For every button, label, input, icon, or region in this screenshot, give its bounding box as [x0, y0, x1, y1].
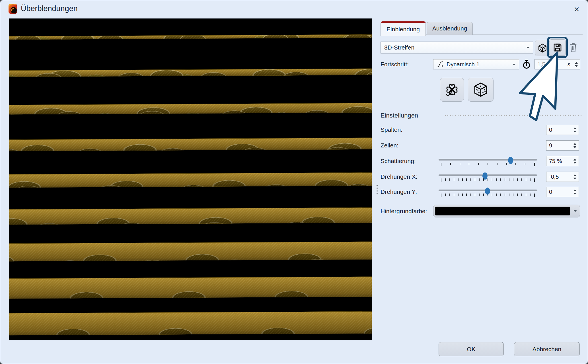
luck-button[interactable]	[440, 78, 464, 102]
window-title: Überblendungen	[21, 4, 78, 13]
chevron-down-icon	[526, 47, 530, 50]
duration-unit: s	[568, 61, 570, 68]
caret-up-icon[interactable]	[573, 126, 576, 129]
transition-preview	[9, 18, 372, 340]
spalten-label: Spalten:	[381, 126, 402, 133]
chevron-down-icon	[573, 210, 577, 214]
spinner-arrows[interactable]	[571, 187, 579, 197]
caret-down-icon[interactable]	[573, 131, 576, 134]
close-icon[interactable]: ×	[570, 4, 583, 15]
spalten-spinner[interactable]: 0	[546, 125, 579, 135]
schattierung-value: 75 %	[549, 158, 562, 164]
titlebar: Überblendungen ×	[0, 0, 588, 17]
preset-random-button[interactable]	[535, 40, 550, 56]
background-color-button[interactable]	[433, 205, 580, 217]
tab-einblendung[interactable]: Einblendung	[381, 21, 426, 36]
chevron-down-icon	[513, 64, 515, 67]
schattierung-slider[interactable]	[439, 157, 537, 167]
schattierung-spinner[interactable]: 75 %	[546, 156, 579, 166]
settings-section-title: Einstellungen	[381, 112, 418, 119]
background-color-swatch	[435, 207, 570, 215]
progress-curve-combobox[interactable]: Dynamisch 1	[433, 59, 519, 69]
caret-down-icon[interactable]	[573, 193, 576, 196]
caret-up-icon[interactable]	[575, 60, 578, 64]
drehungen-x-spinner[interactable]: -0,5	[546, 172, 579, 182]
caret-up-icon[interactable]	[573, 141, 576, 145]
caret-down-icon[interactable]	[573, 146, 576, 150]
sigmoid-curve-icon	[437, 61, 444, 68]
preview-stripe	[9, 311, 372, 335]
zeilen-value: 9	[549, 142, 552, 149]
preview-stripe	[9, 138, 372, 151]
zeilen-label: Zeilen:	[381, 142, 398, 149]
preset-save-button[interactable]	[550, 39, 566, 56]
preview-stripe	[9, 242, 372, 262]
caret-down-icon[interactable]	[575, 65, 578, 69]
zeilen-spinner[interactable]: 9	[546, 140, 579, 151]
app-icon	[8, 3, 17, 14]
trash-icon	[569, 42, 577, 53]
preview-stripe	[9, 103, 372, 114]
slider-track[interactable]	[439, 174, 537, 176]
drehungen-y-slider[interactable]	[439, 187, 537, 198]
spinner-arrows[interactable]	[571, 156, 579, 166]
caret-down-icon[interactable]	[573, 178, 576, 181]
dice-3d-icon	[473, 82, 489, 98]
preview-stripe	[9, 172, 372, 188]
hintergrundfarbe-label: Hintergrundfarbe:	[381, 208, 427, 215]
preview-stripe	[9, 34, 372, 40]
spinner-arrows[interactable]	[573, 59, 580, 69]
schattierung-label: Schattierung:	[381, 158, 416, 164]
caret-down-icon[interactable]	[573, 162, 576, 165]
tab-ausblendung[interactable]: Ausblendung	[427, 22, 473, 35]
four-leaf-clover-icon	[444, 82, 460, 97]
randomize-button[interactable]	[468, 78, 494, 102]
spalten-value: 0	[549, 127, 552, 133]
slider-ticks	[441, 163, 535, 166]
spinner-arrows[interactable]	[571, 172, 579, 182]
dialog-window: Überblendungen × Einblendung Ausblendung…	[0, 0, 588, 364]
cancel-button[interactable]: Abbrechen	[514, 342, 580, 356]
fortschritt-label: Fortschritt:	[381, 61, 409, 68]
drehungen-y-value: 0	[549, 189, 552, 195]
preset-delete-button[interactable]	[569, 42, 577, 54]
drehungen-y-label: Drehungen Y:	[381, 188, 417, 195]
drehungen-y-spinner[interactable]: 0	[546, 187, 579, 197]
spinner-arrows[interactable]	[571, 141, 579, 150]
preview-stripe	[9, 207, 372, 225]
color-dropdown[interactable]	[571, 205, 580, 217]
stopwatch-icon	[522, 59, 531, 69]
caret-up-icon[interactable]	[573, 188, 576, 191]
drehungen-x-label: Drehungen X:	[381, 173, 418, 180]
slider-ticks	[441, 194, 535, 197]
panel-splitter-handle[interactable]	[375, 185, 379, 194]
dice-icon	[538, 43, 547, 53]
caret-up-icon[interactable]	[573, 157, 576, 161]
spinner-arrows[interactable]	[571, 125, 579, 135]
drehungen-x-value: -0,5	[549, 174, 559, 180]
preview-stripe	[9, 277, 372, 299]
duration-spinner[interactable]: 1,5 s	[534, 59, 580, 69]
slider-ticks	[441, 178, 535, 182]
caret-up-icon[interactable]	[573, 173, 576, 176]
preset-value: 3D-Streifen	[384, 44, 414, 51]
drehungen-x-slider[interactable]	[439, 172, 537, 182]
section-divider	[445, 115, 583, 116]
ok-button[interactable]: OK	[439, 342, 504, 356]
preset-combobox[interactable]: 3D-Streifen	[381, 42, 533, 54]
progress-curve-value: Dynamisch 1	[447, 61, 480, 68]
duration-value: 1,5	[537, 61, 545, 68]
floppy-disk-icon	[552, 42, 563, 53]
slider-track[interactable]	[439, 159, 537, 161]
preview-stripe	[9, 69, 372, 77]
